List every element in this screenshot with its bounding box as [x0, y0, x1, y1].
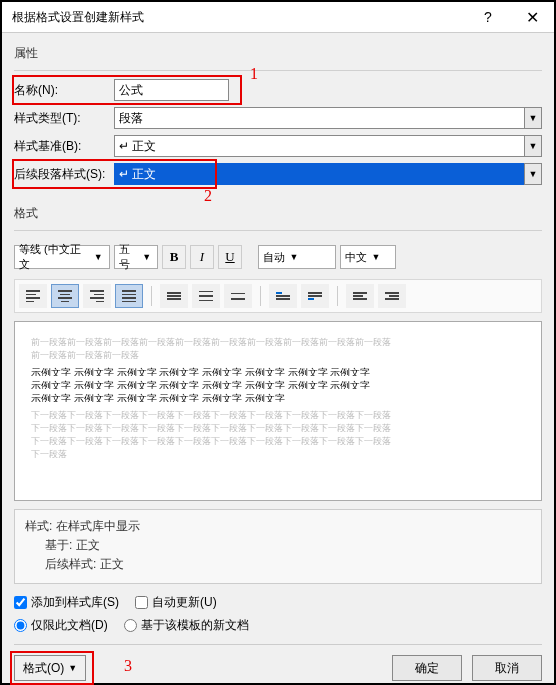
- scope-radios: 仅限此文档(D) 基于该模板的新文档: [14, 617, 542, 634]
- based-on-combo[interactable]: ↵ 正文 ▼: [114, 135, 542, 157]
- desc-line: 样式: 在样式库中显示: [25, 518, 531, 535]
- name-row: 名称(N): 1: [14, 79, 542, 101]
- separator: [337, 286, 338, 306]
- line-spacing-1-button[interactable]: [160, 284, 188, 308]
- format-button-label: 格式(O): [23, 660, 64, 677]
- divider: [14, 70, 542, 71]
- indent-left-icon: [353, 292, 367, 300]
- chevron-down-icon: ▼: [68, 663, 77, 673]
- italic-button[interactable]: I: [190, 245, 214, 269]
- style-type-value: 段落: [114, 107, 524, 129]
- cancel-button[interactable]: 取消: [472, 655, 542, 681]
- based-on-value: ↵ 正文: [114, 135, 524, 157]
- preview-sample: 示例文字 示例文字 示例文字 示例文字 示例文字 示例文字 示例文字 示例文字: [31, 366, 525, 376]
- footer-buttons: 确定 取消: [392, 655, 542, 681]
- annotation-2: 2: [204, 187, 212, 205]
- font-value: 等线 (中文正文: [19, 242, 89, 272]
- based-on-label: 样式基准(B):: [14, 138, 114, 155]
- chevron-down-icon: ▼: [287, 252, 301, 262]
- preview-pane: 前一段落前一段落前一段落前一段落前一段落前一段落前一段落前一段落前一段落前一段落…: [14, 321, 542, 501]
- name-label: 名称(N):: [14, 82, 114, 99]
- space-after-button[interactable]: [301, 284, 329, 308]
- style-description: 样式: 在样式库中显示 基于: 正文 后续样式: 正文: [14, 509, 542, 584]
- color-value: 自动: [263, 250, 285, 265]
- style-type-label: 样式类型(T):: [14, 110, 114, 127]
- style-type-row: 样式类型(T): 段落 ▼: [14, 107, 542, 129]
- chevron-down-icon: ▼: [141, 252, 153, 262]
- auto-update-checkbox[interactable]: 自动更新(U): [135, 594, 217, 611]
- indent-right-icon: [385, 292, 399, 300]
- dialog-footer: 格式(O) ▼ 3 确定 取消: [14, 644, 542, 681]
- space-before-button[interactable]: [269, 284, 297, 308]
- script-value: 中文: [345, 250, 367, 265]
- chevron-down-icon[interactable]: ▼: [524, 135, 542, 157]
- this-doc-input[interactable]: [14, 619, 27, 632]
- auto-update-input[interactable]: [135, 596, 148, 609]
- checkbox-label: 添加到样式库(S): [31, 594, 119, 611]
- properties-section-label: 属性: [14, 45, 542, 62]
- color-combo[interactable]: 自动▼: [258, 245, 336, 269]
- dialog-body: 属性 名称(N): 1 样式类型(T): 段落 ▼ 样式基准(B): ↵ 正文 …: [2, 33, 554, 685]
- chevron-down-icon[interactable]: ▼: [524, 163, 542, 185]
- decrease-indent-button[interactable]: [346, 284, 374, 308]
- options-checkboxes: 添加到样式库(S) 自动更新(U): [14, 594, 542, 611]
- dialog-title: 根据格式设置创建新样式: [12, 9, 466, 26]
- add-to-gallery-input[interactable]: [14, 596, 27, 609]
- titlebar: 根据格式设置创建新样式 ? ✕: [2, 2, 554, 33]
- para-space-icon: [308, 292, 322, 300]
- spacing-icon: [231, 293, 245, 300]
- align-left-icon: [26, 290, 40, 302]
- chevron-down-icon[interactable]: ▼: [524, 107, 542, 129]
- next-style-combo[interactable]: ↵ 正文 ▼: [114, 163, 542, 185]
- underline-button[interactable]: U: [218, 245, 242, 269]
- script-combo[interactable]: 中文▼: [340, 245, 396, 269]
- separator: [151, 286, 152, 306]
- annotation-3: 3: [124, 657, 132, 675]
- separator: [260, 286, 261, 306]
- radio-label: 仅限此文档(D): [31, 617, 108, 634]
- template-input[interactable]: [124, 619, 137, 632]
- align-left-button[interactable]: [19, 284, 47, 308]
- line-spacing-2-button[interactable]: [224, 284, 252, 308]
- align-right-button[interactable]: [83, 284, 111, 308]
- desc-line: 后续样式: 正文: [25, 556, 531, 573]
- template-radio[interactable]: 基于该模板的新文档: [124, 617, 249, 634]
- preview-sample: 示例文字 示例文字 示例文字 示例文字 示例文字 示例文字 示例文字 示例文字: [31, 379, 525, 389]
- para-space-icon: [276, 292, 290, 300]
- preview-sample: 示例文字 示例文字 示例文字 示例文字 示例文字 示例文字: [31, 392, 525, 402]
- bold-button[interactable]: B: [162, 245, 186, 269]
- spacing-icon: [167, 292, 181, 300]
- line-spacing-15-button[interactable]: [192, 284, 220, 308]
- preview-line: 下一段落下一段落下一段落下一段落下一段落下一段落下一段落下一段落下一段落下一段落: [31, 409, 525, 419]
- checkbox-label: 自动更新(U): [152, 594, 217, 611]
- create-style-dialog: 根据格式设置创建新样式 ? ✕ 属性 名称(N): 1 样式类型(T): 段落 …: [0, 0, 556, 685]
- next-style-value: ↵ 正文: [114, 163, 524, 185]
- format-dropdown-button[interactable]: 格式(O) ▼: [14, 655, 86, 681]
- preview-line: 前一段落前一段落前一段落前一段落前一段落前一段落前一段落前一段落前一段落前一段落: [31, 336, 525, 346]
- format-section-label: 格式: [14, 205, 542, 222]
- ok-button[interactable]: 确定: [392, 655, 462, 681]
- this-doc-radio[interactable]: 仅限此文档(D): [14, 617, 108, 634]
- paragraph-toolbar: [14, 279, 542, 313]
- close-button[interactable]: ✕: [510, 2, 554, 32]
- preview-line: 下一段落: [31, 448, 525, 458]
- increase-indent-button[interactable]: [378, 284, 406, 308]
- font-toolbar: 等线 (中文正文▼ 五号▼ B I U 自动▼ 中文▼: [14, 245, 542, 269]
- radio-label: 基于该模板的新文档: [141, 617, 249, 634]
- chevron-down-icon: ▼: [369, 252, 383, 262]
- size-combo[interactable]: 五号▼: [114, 245, 158, 269]
- based-on-row: 样式基准(B): ↵ 正文 ▼: [14, 135, 542, 157]
- help-button[interactable]: ?: [466, 2, 510, 32]
- divider: [14, 230, 542, 231]
- font-combo[interactable]: 等线 (中文正文▼: [14, 245, 110, 269]
- align-center-button[interactable]: [51, 284, 79, 308]
- align-justify-icon: [122, 290, 136, 302]
- preview-line: 前一段落前一段落前一段落: [31, 349, 525, 359]
- name-input[interactable]: [114, 79, 229, 101]
- preview-line: 下一段落下一段落下一段落下一段落下一段落下一段落下一段落下一段落下一段落下一段落: [31, 422, 525, 432]
- align-justify-button[interactable]: [115, 284, 143, 308]
- add-to-gallery-checkbox[interactable]: 添加到样式库(S): [14, 594, 119, 611]
- next-style-label: 后续段落样式(S):: [14, 166, 114, 183]
- style-type-combo[interactable]: 段落 ▼: [114, 107, 542, 129]
- preview-line: 下一段落下一段落下一段落下一段落下一段落下一段落下一段落下一段落下一段落下一段落: [31, 435, 525, 445]
